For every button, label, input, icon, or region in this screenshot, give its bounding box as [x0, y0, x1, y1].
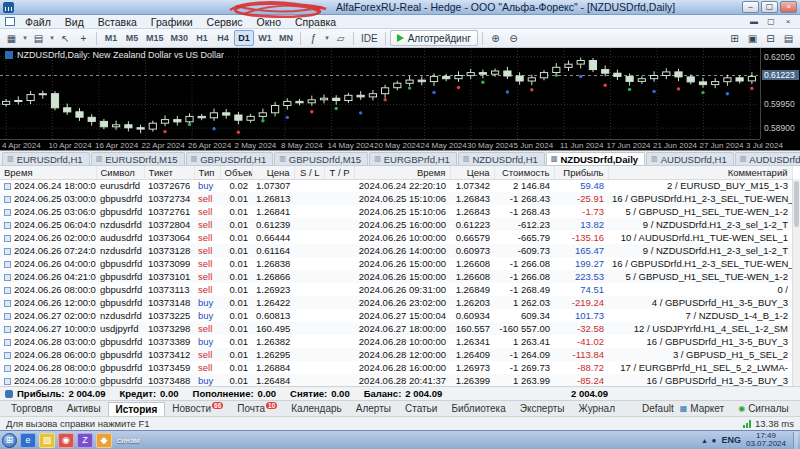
title-bar[interactable]: AlfaForexRU-Real - Hedge - ООО "Альфа-Фо…: [0, 0, 800, 15]
browser-icon[interactable]: ◉: [58, 433, 74, 448]
menu-Вид[interactable]: Вид: [58, 16, 91, 28]
chart-tab-NZDUSDrfd,Daily[interactable]: ▥NZDUSDrfd,Daily: [546, 152, 645, 165]
toolbox-tab-Календарь[interactable]: Календарь: [284, 402, 348, 415]
finam-app-icon[interactable]: ◆: [96, 433, 112, 448]
history-row[interactable]: 2024.06.25 06:04:00nzdusdrfd10372804sell…: [0, 218, 792, 231]
candlestick-chart[interactable]: [0, 48, 758, 139]
utility-tab-Сигналы[interactable]: ◉Сигналы: [732, 402, 795, 415]
column-header-7[interactable]: T / P: [324, 166, 354, 179]
column-header-11[interactable]: Прибыль: [554, 166, 608, 179]
language-indicator[interactable]: ENG: [721, 435, 741, 445]
column-header-2[interactable]: Тикет: [144, 166, 194, 179]
history-row[interactable]: 2024.06.25 03:00:04gbpusdrfd10372734sell…: [0, 192, 792, 205]
app-z-icon[interactable]: Z: [77, 433, 93, 448]
column-header-0[interactable]: Время: [0, 166, 96, 179]
history-row[interactable]: 2024.06.26 07:24:00nzdusdrfd10373128sell…: [0, 244, 792, 257]
column-header-9[interactable]: Цена: [450, 166, 494, 179]
toolbox-tab-Торговля[interactable]: Торговля: [4, 402, 60, 415]
zoom-in-icon[interactable]: ⊕: [487, 30, 504, 46]
start-button[interactable]: ⊞: [2, 433, 17, 448]
profiles-dropdown-icon[interactable]: ▾: [48, 30, 56, 46]
show-desktop-button[interactable]: [793, 432, 798, 449]
chart-tab-AUDUSDrfd,M15[interactable]: ▥AUDUSDrfd,M15: [735, 152, 800, 165]
internet-explorer-icon[interactable]: e: [20, 433, 36, 448]
timeframe-H4[interactable]: H4: [213, 30, 233, 46]
chart-tab-EURUSDrfd,M15[interactable]: ▥EURUSDrfd,M15: [91, 152, 185, 165]
utility-tab-Маркет[interactable]: ▦Маркет: [674, 402, 730, 415]
chart-tab-GBPUSDrfd,M15[interactable]: ▥GBPUSDrfd,M15: [274, 152, 368, 165]
new-chart-dropdown-icon[interactable]: ▾: [21, 30, 29, 46]
window-list-icon[interactable]: ▤: [780, 30, 797, 46]
cursor-icon[interactable]: ↖: [57, 30, 74, 46]
zoom-out-icon[interactable]: ⊖: [505, 30, 522, 46]
column-header-4[interactable]: Объем: [220, 166, 252, 179]
toolbox-tab-Алерты[interactable]: Алерты: [349, 402, 398, 415]
vertical-scrollbar[interactable]: [792, 179, 800, 386]
crosshair-icon[interactable]: +: [75, 30, 92, 46]
menu-Справка[interactable]: Справка: [288, 16, 343, 28]
history-row[interactable]: 2024.06.24 18:00:00eurusdrfd10372676buy0…: [0, 179, 792, 192]
chart-canvas[interactable]: [0, 48, 760, 139]
menu-Сервис[interactable]: Сервис: [200, 16, 250, 28]
tray-expand-icon[interactable]: ▴: [703, 436, 707, 445]
child-close-button[interactable]: ×: [781, 17, 795, 26]
indicators-dropdown-icon[interactable]: ▾: [323, 30, 331, 46]
close-button[interactable]: ×: [780, 1, 797, 13]
toolbox-tab-Журнал[interactable]: Журнал: [572, 402, 623, 415]
menu-Файл[interactable]: Файл: [18, 16, 58, 28]
tile-horizontal-icon[interactable]: ⊟: [762, 30, 779, 46]
column-header-6[interactable]: S / L: [294, 166, 324, 179]
timeframe-M15[interactable]: M15: [143, 30, 167, 46]
chart-tab-AUDUSDrfd,H1[interactable]: ▥AUDUSDrfd,H1: [646, 152, 734, 165]
chart-area[interactable]: NZDUSDrfd,Daily: New Zealand Dollar vs U…: [0, 48, 800, 151]
taskbar-clock[interactable]: 17:49 03.07.2024: [746, 432, 786, 449]
minimize-button[interactable]: –: [742, 1, 759, 13]
timeframe-D1[interactable]: D1: [234, 30, 254, 46]
toolbox-tab-Библиотека[interactable]: Библиотека: [444, 402, 512, 415]
history-row[interactable]: 2024.06.28 03:00:00gbpusdrfd10373389buy0…: [0, 335, 792, 348]
timeframe-MN[interactable]: MN: [276, 30, 296, 46]
indicators-icon[interactable]: ƒ: [305, 30, 322, 46]
new-chart-icon[interactable]: ▦: [3, 30, 20, 46]
folder-icon[interactable]: ▨: [39, 433, 55, 448]
history-row[interactable]: 2024.06.26 04:00:00gbpusdrfd10373099sell…: [0, 257, 792, 270]
column-header-12[interactable]: Комментарий: [608, 166, 792, 179]
objects-icon[interactable]: ▱: [332, 30, 349, 46]
column-header-8[interactable]: Время: [354, 166, 450, 179]
menu-Вставка[interactable]: Вставка: [91, 16, 144, 28]
toolbox-tab-Активы[interactable]: Активы: [60, 402, 108, 415]
chart-tab-EURGBPrfd,H1[interactable]: ▥EURGBPrfd,H1: [369, 152, 457, 165]
chart-tab-GBPUSDrfd,H1[interactable]: ▥GBPUSDrfd,H1: [186, 152, 274, 165]
toolbox-tab-Почта[interactable]: Почта10: [230, 402, 284, 415]
history-row[interactable]: 2024.06.27 02:00:00nzdusdrfd10373225buy0…: [0, 309, 792, 322]
menu-Графики[interactable]: Графики: [144, 16, 200, 28]
price-scale[interactable]: 0.620500.599500.589000.61223: [760, 48, 800, 139]
toolbox-tab-Статьи[interactable]: Статьи: [398, 402, 444, 415]
column-header-1[interactable]: Символ: [96, 166, 144, 179]
scrollbar-thumb[interactable]: [794, 181, 799, 227]
column-header-10[interactable]: Стоимость: [494, 166, 554, 179]
maximize-button[interactable]: ▢: [761, 1, 778, 13]
history-row[interactable]: 2024.06.26 12:00:00gbpusdrfd10373148buy0…: [0, 296, 792, 309]
column-header-5[interactable]: Цена: [252, 166, 294, 179]
chart-tab-EURUSDrfd,H1[interactable]: ▥EURUSDrfd,H1: [2, 152, 90, 165]
timeframe-H1[interactable]: H1: [192, 30, 212, 46]
connection-status[interactable]: 13.38 ms: [743, 418, 794, 429]
date-axis[interactable]: 4 Apr 202410 Apr 202416 Apr 202422 Apr 2…: [0, 139, 760, 150]
profiles-icon[interactable]: ▤: [30, 30, 47, 46]
timeframe-M5[interactable]: M5: [122, 30, 142, 46]
history-row[interactable]: 2024.06.26 02:00:00audusdrfd10373064sell…: [0, 231, 792, 244]
history-row[interactable]: 2024.06.26 08:00:00gbpusdrfd10373113sell…: [0, 283, 792, 296]
history-row[interactable]: 2024.06.28 06:00:00gbpusdrfd10373412sell…: [0, 348, 792, 361]
tray-volume-icon[interactable]: ●: [712, 436, 717, 445]
timeframe-M1[interactable]: M1: [101, 30, 121, 46]
child-restore-button[interactable]: ▢: [764, 17, 778, 26]
ide-button[interactable]: IDE: [358, 30, 381, 46]
history-row[interactable]: 2024.06.26 04:21:00gbpusdrfd10373101sell…: [0, 270, 792, 283]
child-minimize-button[interactable]: ▬: [747, 17, 761, 26]
toolbox-tab-История[interactable]: История: [108, 402, 166, 416]
column-header-3[interactable]: Тип: [194, 166, 220, 179]
history-row[interactable]: 2024.06.25 03:06:00gbpusdrfd10372761sell…: [0, 205, 792, 218]
history-row[interactable]: 2024.06.27 10:00:00usdjpyrfd10373298sell…: [0, 322, 792, 335]
timeframe-M30[interactable]: M30: [168, 30, 192, 46]
